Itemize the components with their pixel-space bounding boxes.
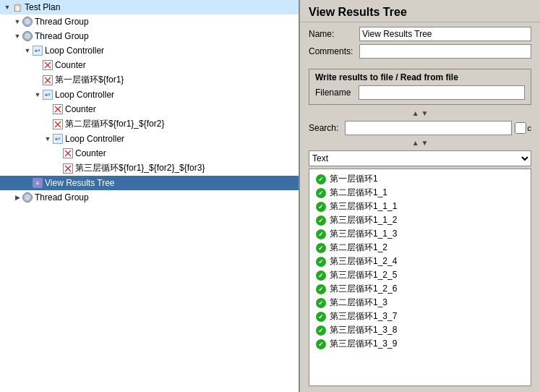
tree-item-label: Loop Controller	[45, 46, 104, 56]
tree-item-viewresults[interactable]: ≡View Results Tree	[0, 176, 299, 190]
tree-item-threadgroup2[interactable]: ▼⚙Thread Group	[0, 29, 299, 43]
result-item[interactable]: ✓第三层循环1_3_9	[314, 337, 526, 351]
result-status-icon: ✓	[315, 311, 327, 323]
tree-item-label: Counter	[65, 104, 96, 114]
result-status-icon: ✓	[315, 256, 327, 268]
threadgroup-icon: ⚙	[22, 192, 33, 203]
toggle-arrow[interactable]: ▼	[13, 17, 22, 26]
toggle-arrow[interactable]	[53, 149, 62, 158]
result-status-icon: ✓	[315, 201, 327, 213]
comments-input[interactable]	[359, 44, 531, 59]
result-label: 第三层循环1_3_7	[330, 310, 397, 323]
tree-item-sampler3[interactable]: 第三层循环${for1}_${for2}_${for3}	[0, 161, 299, 176]
toggle-arrow[interactable]: ▼	[13, 32, 22, 41]
search-row: Search: c	[300, 119, 540, 137]
tree-item-loopcontroller3[interactable]: ▼↩Loop Controller	[0, 132, 299, 146]
sampler-icon	[52, 119, 64, 130]
result-status-icon: ✓	[315, 325, 327, 336]
collapse-button[interactable]: ▲ ▼	[412, 109, 429, 117]
result-item[interactable]: ✓第三层循环1_2_5	[314, 268, 526, 282]
result-status-icon: ✓	[315, 297, 327, 309]
tree-item-label: 第三层循环${for1}_${for2}_${for3}	[75, 162, 205, 174]
tree-item-loopcontroller2[interactable]: ▼↩Loop Controller	[0, 88, 299, 102]
search-checkbox[interactable]	[515, 122, 526, 134]
tree-item-counter3[interactable]: Counter	[0, 146, 299, 161]
tree-item-threadgroup3[interactable]: ▶⚙Thread Group	[0, 190, 299, 205]
loop-icon: ↩	[32, 45, 43, 56]
tree-item-loopcontroller1[interactable]: ▼↩Loop Controller	[0, 43, 299, 58]
collapse-button2[interactable]: ▲ ▼	[412, 139, 429, 147]
loop-icon: ↩	[52, 133, 64, 145]
tree-item-label: Thread Group	[35, 192, 89, 203]
toggle-arrow[interactable]: ▼	[3, 3, 12, 12]
toggle-arrow[interactable]	[43, 120, 52, 129]
counter-icon	[42, 59, 53, 71]
name-input[interactable]	[359, 27, 531, 41]
result-status-icon: ✓	[315, 187, 327, 199]
tree-item-label: 第二层循环${for1}_${for2}	[65, 118, 164, 130]
result-status-icon: ✓	[315, 229, 327, 240]
tree-item-testplan[interactable]: ▼📋Test Plan	[0, 0, 299, 14]
result-status-icon: ✓	[315, 284, 327, 295]
name-label: Name:	[309, 29, 359, 39]
toggle-arrow[interactable]	[53, 164, 62, 173]
threadgroup-icon: ⚙	[22, 16, 33, 27]
tree-item-label: Loop Controller	[65, 134, 124, 144]
write-results-title: Write results to file / Read from file	[315, 72, 525, 82]
result-item[interactable]: ✓第二层循环1_1	[314, 186, 526, 200]
result-status-icon: ✓	[315, 215, 327, 226]
counter-icon	[52, 103, 64, 115]
filename-label: Filename	[315, 88, 359, 98]
tree-item-sampler1[interactable]: 第一层循环${for1}	[0, 72, 299, 88]
sampler-icon	[42, 74, 53, 86]
result-status-icon: ✓	[315, 338, 327, 350]
filename-input[interactable]	[359, 85, 525, 100]
toggle-arrow[interactable]: ▼	[23, 46, 32, 55]
toggle-arrow[interactable]: ▼	[43, 135, 52, 143]
results-list: ✓第一层循环1✓第二层循环1_1✓第三层循环1_1_1✓第三层循环1_1_2✓第…	[309, 169, 531, 386]
right-panel: View Results Tree Name: Comments: Write …	[300, 0, 540, 392]
result-item[interactable]: ✓第三层循环1_3_8	[314, 323, 526, 337]
result-label: 第三层循环1_3_9	[330, 338, 397, 350]
toggle-arrow[interactable]	[33, 61, 42, 69]
result-item[interactable]: ✓第二层循环1_3	[314, 296, 526, 310]
result-item[interactable]: ✓第二层循环1_2	[314, 241, 526, 255]
toggle-arrow[interactable]	[43, 105, 52, 114]
result-label: 第三层循环1_1_3	[330, 228, 397, 240]
result-item[interactable]: ✓第三层循环1_2_4	[314, 255, 526, 268]
collapse-row: ▲ ▼	[300, 108, 540, 119]
result-item[interactable]: ✓第三层循环1_3_7	[314, 310, 526, 323]
tree-item-counter1[interactable]: Counter	[0, 58, 299, 72]
result-item[interactable]: ✓第三层循环1_2_6	[314, 282, 526, 296]
testplan-icon: 📋	[12, 1, 23, 13]
panel-title: View Results Tree	[300, 0, 540, 22]
sampler-icon	[62, 163, 74, 174]
result-item[interactable]: ✓第三层循环1_1_1	[314, 200, 526, 213]
toggle-arrow[interactable]: ▶	[13, 193, 22, 202]
name-section: Name: Comments:	[300, 22, 540, 66]
search-input[interactable]	[345, 121, 512, 135]
tree-item-label: Test Plan	[25, 2, 60, 12]
write-results-section: Write results to file / Read from file F…	[309, 69, 531, 105]
tree-item-sampler2[interactable]: 第二层循环${for1}_${for2}	[0, 116, 299, 132]
tree-item-label: Counter	[55, 60, 86, 70]
tree-item-label: View Results Tree	[45, 178, 115, 188]
toggle-arrow[interactable]: ▼	[33, 90, 42, 99]
tree-item-label: Thread Group	[35, 17, 89, 27]
result-item[interactable]: ✓第三层循环1_1_2	[314, 213, 526, 227]
tree-item-label: Loop Controller	[55, 90, 114, 100]
result-item[interactable]: ✓第三层循环1_1_3	[314, 227, 526, 241]
result-item[interactable]: ✓第一层循环1	[314, 172, 526, 186]
threadgroup-icon: ⚙	[22, 30, 33, 42]
toggle-arrow[interactable]	[23, 179, 32, 187]
tree-item-counter2[interactable]: Counter	[0, 102, 299, 116]
comments-label: Comments:	[309, 46, 359, 56]
result-status-icon: ✓	[315, 242, 327, 254]
toggle-arrow[interactable]	[33, 76, 42, 85]
tree-item-threadgroup1[interactable]: ▼⚙Thread Group	[0, 14, 299, 29]
collapse-row2: ▲ ▼	[300, 137, 540, 148]
result-label: 第三层循环1_1_2	[330, 214, 397, 226]
view-dropdown[interactable]: TextRegExp TesterCSS/JQuery TesterXPath …	[309, 150, 531, 166]
search-extra-label: c	[528, 124, 532, 132]
result-label: 第三层循环1_3_8	[330, 324, 397, 336]
